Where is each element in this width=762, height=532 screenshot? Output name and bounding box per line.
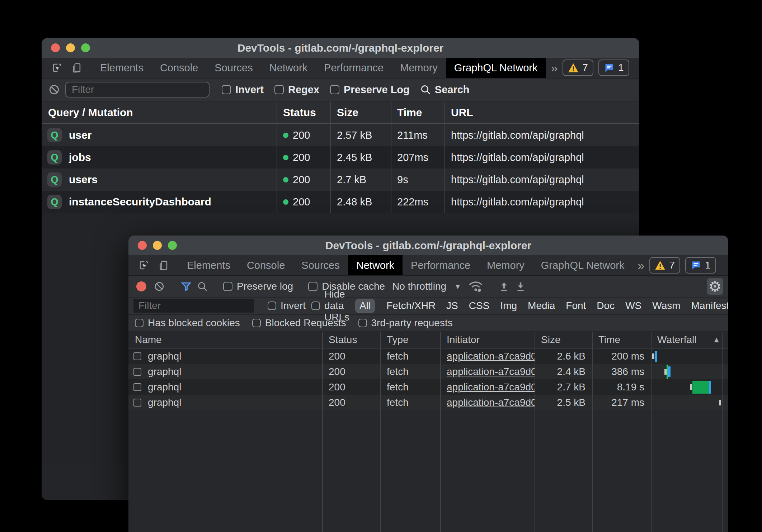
clear-icon[interactable] bbox=[48, 84, 60, 96]
filter-input[interactable] bbox=[133, 299, 254, 313]
tab-elements[interactable]: Elements bbox=[92, 58, 152, 78]
record-button[interactable] bbox=[136, 281, 146, 291]
table-row[interactable]: Qjobs 200 2.45 kB 207ms https://gitlab.c… bbox=[42, 146, 639, 168]
network-conditions-icon[interactable] bbox=[469, 280, 483, 293]
issues-badge[interactable]: 1 bbox=[598, 60, 629, 76]
inspect-element-icon[interactable] bbox=[134, 255, 154, 275]
invert-checkbox[interactable] bbox=[222, 85, 231, 94]
col-size[interactable]: Size bbox=[535, 334, 592, 346]
has-blocked-cookies-group[interactable]: Has blocked cookies bbox=[135, 317, 240, 329]
tab-console[interactable]: Console bbox=[152, 58, 206, 78]
more-tabs-icon[interactable]: » bbox=[632, 255, 649, 275]
type-filter-all[interactable]: All bbox=[355, 299, 375, 313]
type-filter-media[interactable]: Media bbox=[528, 299, 555, 313]
initiator-link[interactable]: application-a7ca9d0… bbox=[447, 397, 535, 408]
invert-checkbox-group[interactable]: Invert bbox=[222, 84, 264, 96]
type-filter-css[interactable]: CSS bbox=[469, 299, 490, 313]
throttling-dropdown[interactable]: No throttling ▼ bbox=[389, 281, 464, 292]
col-query-mutation[interactable]: Query / Mutation bbox=[42, 106, 277, 119]
device-toolbar-icon[interactable] bbox=[154, 255, 173, 275]
more-tabs-icon[interactable]: » bbox=[546, 58, 563, 78]
regex-checkbox[interactable] bbox=[274, 85, 284, 94]
tab-memory[interactable]: Memory bbox=[392, 58, 446, 78]
warnings-badge[interactable]: 7 bbox=[649, 257, 680, 274]
tab-performance[interactable]: Performance bbox=[316, 58, 392, 78]
regex-checkbox-group[interactable]: Regex bbox=[274, 84, 319, 96]
type-filter-img[interactable]: Img bbox=[500, 299, 517, 313]
col-size[interactable]: Size bbox=[330, 106, 391, 119]
row-checkbox[interactable] bbox=[133, 352, 141, 360]
col-initiator[interactable]: Initiator bbox=[440, 334, 535, 346]
type-filter-manifest[interactable]: Manifest bbox=[691, 299, 728, 313]
type-filter-wasm[interactable]: Wasm bbox=[652, 299, 680, 313]
tab-network[interactable]: Network bbox=[261, 58, 316, 78]
hide-data-urls-checkbox[interactable] bbox=[311, 301, 320, 310]
preserve-log-checkbox[interactable] bbox=[223, 282, 232, 291]
table-row[interactable]: graphql 200 fetch application-a7ca9d0… 2… bbox=[128, 348, 728, 364]
preserve-log-group[interactable]: Preserve log bbox=[223, 281, 293, 292]
table-row[interactable]: graphql 200 fetch application-a7ca9d0… 2… bbox=[128, 379, 728, 395]
device-toolbar-icon[interactable] bbox=[67, 58, 86, 78]
invert-group[interactable]: Invert bbox=[268, 300, 306, 312]
has-blocked-cookies-checkbox[interactable] bbox=[135, 319, 144, 327]
network-settings-button[interactable]: ⚙ bbox=[707, 278, 723, 295]
row-checkbox[interactable] bbox=[133, 368, 141, 376]
type-filter-ws[interactable]: WS bbox=[625, 299, 641, 313]
filter-funnel-icon[interactable] bbox=[180, 280, 192, 293]
search-group[interactable]: Search bbox=[420, 84, 470, 96]
row-checkbox[interactable] bbox=[133, 399, 141, 407]
sort-ascending-icon[interactable]: ▲ bbox=[712, 335, 720, 345]
tab-sources[interactable]: Sources bbox=[206, 58, 261, 78]
import-har-icon[interactable] bbox=[498, 280, 510, 293]
col-status[interactable]: Status bbox=[277, 106, 330, 119]
row-checkbox[interactable] bbox=[133, 383, 141, 391]
minimize-button[interactable] bbox=[153, 241, 162, 250]
type-filter-doc[interactable]: Doc bbox=[597, 299, 615, 313]
blocked-requests-checkbox[interactable] bbox=[252, 319, 261, 327]
filter-input[interactable] bbox=[65, 82, 210, 98]
clear-icon[interactable] bbox=[154, 281, 165, 292]
tab-memory[interactable]: Memory bbox=[479, 255, 533, 275]
initiator-link[interactable]: application-a7ca9d0… bbox=[447, 381, 535, 393]
initiator-link[interactable]: application-a7ca9d0… bbox=[447, 351, 535, 362]
col-url[interactable]: URL bbox=[445, 106, 639, 119]
type-filter-fetch-xhr[interactable]: Fetch/XHR bbox=[386, 299, 436, 313]
title-bar[interactable]: DevTools - gitlab.com/-/graphql-explorer bbox=[128, 236, 728, 255]
close-button[interactable] bbox=[138, 241, 147, 250]
col-type[interactable]: Type bbox=[380, 334, 440, 346]
table-row[interactable]: Qusers 200 2.7 kB 9s https://gitlab.com/… bbox=[42, 168, 639, 191]
maximize-button[interactable] bbox=[168, 241, 177, 250]
col-status[interactable]: Status bbox=[322, 334, 380, 346]
title-bar[interactable]: DevTools - gitlab.com/-/graphql-explorer bbox=[42, 38, 639, 58]
third-party-requests-checkbox[interactable] bbox=[358, 319, 367, 327]
invert-checkbox[interactable] bbox=[268, 301, 276, 310]
col-name[interactable]: Name bbox=[128, 334, 322, 346]
initiator-link[interactable]: application-a7ca9d0… bbox=[447, 366, 535, 377]
tab-graphql-network[interactable]: GraphQL Network bbox=[446, 58, 546, 78]
tab-sources[interactable]: Sources bbox=[293, 255, 348, 275]
search-icon[interactable] bbox=[197, 281, 208, 292]
blocked-requests-group[interactable]: Blocked Requests bbox=[252, 317, 346, 329]
warnings-badge[interactable]: 7 bbox=[563, 60, 593, 76]
minimize-button[interactable] bbox=[66, 43, 75, 52]
preserve-log-checkbox-group[interactable]: Preserve Log bbox=[330, 84, 410, 96]
table-row[interactable]: Quser 200 2.57 kB 211ms https://gitlab.c… bbox=[42, 124, 639, 146]
export-har-icon[interactable] bbox=[514, 280, 527, 293]
type-filter-font[interactable]: Font bbox=[566, 299, 586, 313]
table-row[interactable]: QinstanceSecurityDashboard 200 2.48 kB 2… bbox=[42, 191, 639, 213]
table-row[interactable]: graphql 200 fetch application-a7ca9d0… 2… bbox=[128, 395, 728, 410]
tab-elements[interactable]: Elements bbox=[179, 255, 239, 275]
table-row[interactable]: graphql 200 fetch application-a7ca9d0… 2… bbox=[128, 364, 728, 379]
third-party-requests-group[interactable]: 3rd-party requests bbox=[358, 317, 453, 329]
tab-performance[interactable]: Performance bbox=[403, 255, 479, 275]
maximize-button[interactable] bbox=[81, 43, 90, 52]
close-button[interactable] bbox=[51, 43, 60, 52]
tab-graphql-network[interactable]: GraphQL Network bbox=[533, 255, 633, 275]
col-time[interactable]: Time bbox=[391, 106, 445, 119]
tab-network[interactable]: Network bbox=[348, 255, 403, 275]
inspect-element-icon[interactable] bbox=[47, 58, 67, 78]
type-filter-js[interactable]: JS bbox=[446, 299, 458, 313]
issues-badge[interactable]: 1 bbox=[685, 257, 716, 274]
col-time[interactable]: Time bbox=[592, 334, 651, 346]
tab-console[interactable]: Console bbox=[239, 255, 293, 275]
